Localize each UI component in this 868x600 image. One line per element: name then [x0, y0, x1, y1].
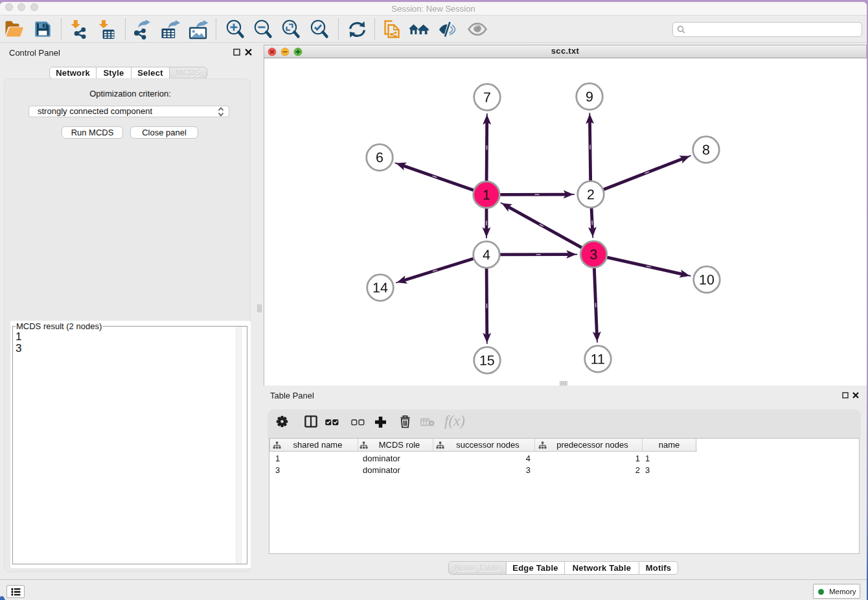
- svg-text:3: 3: [589, 247, 597, 262]
- svg-text:4: 4: [483, 247, 490, 262]
- svg-text:8: 8: [702, 143, 710, 158]
- svg-text:7: 7: [483, 89, 491, 105]
- svg-text:11: 11: [591, 352, 605, 367]
- svg-text:2: 2: [587, 187, 595, 203]
- svg-text:14: 14: [372, 280, 388, 295]
- svg-text:10: 10: [699, 272, 714, 288]
- svg-text:6: 6: [376, 150, 383, 165]
- svg-text:9: 9: [586, 89, 593, 105]
- svg-text:15: 15: [479, 352, 495, 368]
- svg-text:1: 1: [483, 187, 490, 203]
